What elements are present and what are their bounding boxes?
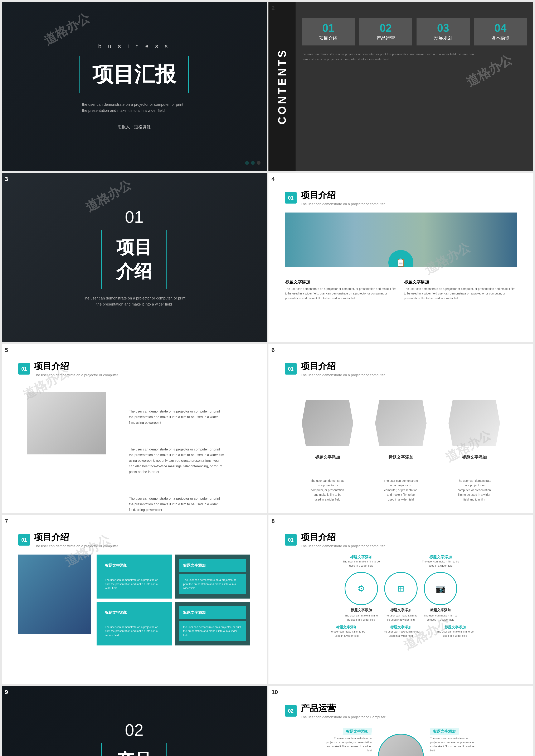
slide4-image: 📋 — [285, 212, 517, 267]
slide8-top1-title: 标题文字添加 — [340, 554, 382, 560]
slide8-circle3-text: The user can make it film to be used in … — [424, 614, 457, 622]
slide10-left: 标题文字添加 The user can demonstrate on a pro… — [326, 728, 372, 756]
slide7-header: 01 项目介绍 The user can demonstrate on a pr… — [18, 531, 250, 548]
slide-10: 10 02 产品运营 The user can demonstrate on a… — [268, 686, 534, 756]
slide8-title: 项目介绍 — [301, 531, 385, 543]
section9-num: 02 — [125, 720, 144, 740]
slide7-card4-title: 标题文字添加 — [179, 606, 246, 619]
slide6-title-block: 项目介绍 The user can demonstrate on a proje… — [301, 360, 385, 377]
slide8-circle1-icon: ⚙ — [345, 572, 378, 605]
slide10-badge: 02 — [285, 705, 296, 716]
slide-number-4: 4 — [271, 176, 275, 182]
slide7-content: 标题文字添加 The user can demonstrate on a pro… — [18, 554, 250, 645]
contents-main: 01 项目介绍 02 产品运营 03 发展规划 04 资本融资 the user… — [296, 2, 534, 171]
slide6-col3: 标题文字添加 The user can demonstrate on a pro… — [440, 392, 508, 513]
slide5-title-block: 项目介绍 The user can demonstrate on a proje… — [34, 360, 118, 377]
slide8-circle1: ⚙ 标题文字添加 The user can make it film to be… — [345, 572, 378, 622]
slide7-card1: 标题文字添加 The user can demonstrate on a pro… — [97, 554, 172, 599]
slide8-circle2: ⊞ 标题文字添加 The user can make it film to be… — [384, 572, 418, 622]
slide7-badge: 01 — [18, 534, 30, 546]
slide8-circle2-icon: ⊞ — [384, 572, 418, 605]
contents-item-1: 01 项目介绍 — [302, 18, 355, 45]
slide5-header: 01 项目介绍 The user can demonstrate on a pr… — [18, 360, 250, 377]
slide-3: 3 01 项目 介绍 The user can demonstrate on a… — [2, 173, 267, 342]
slide7-card3-title: 标题文字添加 — [101, 606, 167, 619]
slide8-circles: ⚙ 标题文字添加 The user can make it film to be… — [285, 572, 517, 622]
slide-number-5: 5 — [5, 347, 8, 353]
slide4-subtitle: The user can demonstrate on a projector … — [301, 202, 385, 206]
section3-title: 项目 介绍 — [116, 236, 152, 283]
slide4-col2-text: The user can demonstrate on a projector … — [404, 287, 517, 300]
slide5-inner: 01 项目介绍 The user can demonstrate on a pr… — [10, 352, 258, 513]
slide7-card2: 标题文字添加 The user can demonstrate on a pro… — [175, 554, 250, 599]
slide8-bot1-title: 标题文字添加 — [328, 625, 365, 630]
slide6-col2: 标题文字添加 The user can demonstrate on a pro… — [367, 392, 435, 513]
slide6-subtitle: The user can demonstrate on a projector … — [301, 373, 385, 377]
slide7-card1-title: 标题文字添加 — [101, 559, 167, 572]
slide-8: 8 01 项目介绍 The user can demonstrate on a … — [268, 515, 534, 684]
contents-num-2: 02 — [362, 22, 409, 33]
slide5-text: The user can demonstrate on a projector … — [112, 392, 242, 513]
slide8-title-block: 项目介绍 The user can demonstrate on a proje… — [301, 531, 385, 548]
slide6-col1: 标题文字添加 The user can demonstrate on a pro… — [294, 392, 362, 513]
slide8-circle2-text: The user can make it film to be used in … — [384, 614, 418, 622]
contents-items: 01 项目介绍 02 产品运营 03 发展规划 04 资本融资 — [302, 18, 527, 45]
slide8-top2-title: 标题文字添加 — [420, 554, 462, 560]
slide6-col2-title: 标题文字添加 — [375, 446, 427, 468]
slide8-subtitle: The user can demonstrate on a projector … — [301, 544, 385, 548]
slide10-center-circle — [378, 734, 424, 756]
slide10-right1-text: The user can demonstrate on a projector … — [430, 736, 476, 752]
slide8-circle2-label: 标题文字添加 — [384, 608, 418, 612]
slide4-cols: 标题文字添加 The user can demonstrate on a pro… — [285, 279, 517, 300]
slide7-title: 项目介绍 — [34, 531, 118, 543]
slide-number-10: 10 — [271, 689, 278, 695]
slide4-col2: 标题文字添加 The user can demonstrate on a pro… — [404, 279, 517, 300]
slide10-title-block: 产品运营 The user can demonstrate on a proje… — [301, 702, 385, 719]
slide6-col3-text: The user can demonstrate on a projector … — [448, 470, 500, 510]
business-label: b u s i n e s s — [98, 43, 170, 50]
slide8-bot2-text: The user can make it film to be used in … — [382, 630, 420, 638]
slide8-circle3-icon: 📷 — [424, 572, 457, 605]
slide8-top2: 标题文字添加 The user can make it film to be u… — [420, 554, 462, 568]
slide7-card3-text: The user can demonstrate on a projector,… — [101, 621, 167, 641]
slide-2: 2 CONTENTS 01 项目介绍 02 产品运营 03 发展规划 — [268, 2, 534, 171]
slide7-card2-title: 标题文字添加 — [179, 559, 246, 572]
slide4-inner: 01 项目介绍 The user can demonstrate on a pr… — [277, 181, 525, 305]
slide10-diagram: 标题文字添加 The user can demonstrate on a pro… — [285, 728, 517, 756]
section9-title: 产品 运营 — [116, 748, 152, 756]
slide1-content: b u s i n e s s 项目汇报 the user can demons… — [79, 2, 189, 171]
slide8-bottom-labels: 标题文字添加 The user can make it film to be u… — [285, 625, 517, 638]
slide6-title: 项目介绍 — [301, 360, 385, 372]
slide-7: 7 01 项目介绍 The user can demonstrate on a … — [2, 515, 267, 684]
slide6-badge: 01 — [285, 363, 296, 375]
slide6-header: 01 项目介绍 The user can demonstrate on a pr… — [285, 360, 517, 377]
slide10-right1-title: 标题文字添加 — [430, 728, 459, 735]
slide6-img1 — [302, 400, 353, 446]
slide5-para1: The user can demonstrate on a projector … — [121, 400, 233, 434]
slide5-subtitle: The user can demonstrate on a projector … — [34, 373, 118, 377]
slide8-top1-text: The user can make it film to be used in … — [340, 560, 382, 568]
section3-num: 01 — [125, 208, 144, 227]
title-box: 项目汇报 — [79, 56, 189, 93]
contents-item-4: 04 资本融资 — [474, 18, 527, 45]
slide8-top1: 标题文字添加 The user can make it film to be u… — [340, 554, 382, 568]
slide-number-7: 7 — [5, 518, 8, 524]
slide7-subtitle: The user can demonstrate on a projector … — [34, 544, 118, 548]
contents-bar: CONTENTS — [268, 2, 296, 171]
slide8-header: 01 项目介绍 The user can demonstrate on a pr… — [285, 531, 517, 548]
slide10-inner: 02 产品运营 The user can demonstrate on a pr… — [277, 694, 525, 756]
slide5-content: The user can demonstrate on a projector … — [18, 383, 250, 513]
slide1-subtitle: the user can demonstrate on a projector … — [82, 101, 186, 114]
slide8-badge: 01 — [285, 534, 296, 546]
slide6-img3 — [448, 400, 500, 446]
slide10-title: 产品运营 — [301, 702, 385, 714]
contents-bottom-text: the user can demonstrate on a projector … — [302, 52, 490, 62]
contents-num-4: 04 — [477, 22, 524, 33]
slide8-top2-text: The user can make it film to be used in … — [420, 560, 462, 568]
slide4-header: 01 项目介绍 The user can demonstrate on a pr… — [285, 189, 517, 206]
slide8-circle3: 📷 标题文字添加 The user can make it film to be… — [424, 572, 457, 622]
slide7-cards: 标题文字添加 The user can demonstrate on a pro… — [97, 554, 250, 645]
slide-number-9: 9 — [5, 689, 8, 695]
contents-item-2: 02 产品运营 — [359, 18, 412, 45]
slide7-card3: 标题文字添加 The user can demonstrate on a pro… — [97, 602, 172, 646]
